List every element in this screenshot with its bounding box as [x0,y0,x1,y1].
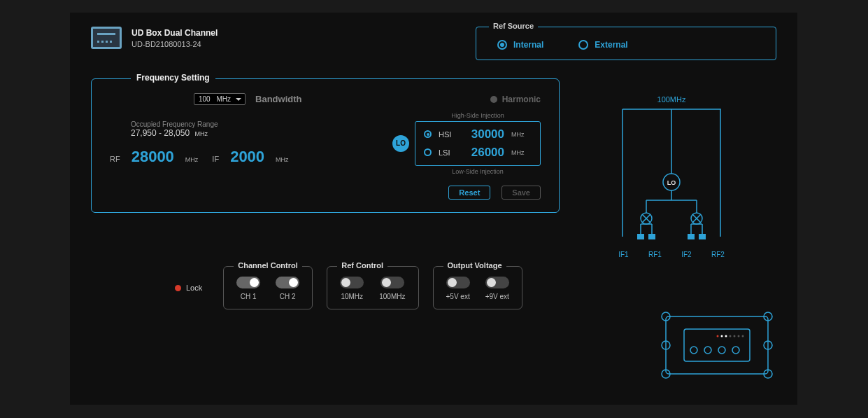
svg-point-25 [738,335,740,337]
output-voltage-panel: Output Voltage +5V ext +9V ext [433,266,522,309]
channel-control-panel: Channel Control CH 1 CH 2 [223,266,313,309]
svg-rect-6 [688,234,695,239]
radio-icon [497,40,507,50]
svg-point-26 [742,335,744,337]
svg-rect-7 [699,234,706,239]
svg-point-24 [734,335,736,337]
diagram-top-label: 100MHz [609,95,734,104]
ch2-toggle[interactable] [276,277,299,288]
radio-icon [424,148,432,156]
lo-badge-icon: LO [392,135,409,152]
radio-icon [424,130,432,138]
lo-hsi-option[interactable]: HSI 30000 MHz [424,127,532,141]
ref-source-group: Ref Source Internal External [476,27,776,60]
lo-lsi-option[interactable]: LSI 26000 MHz [424,146,532,160]
lock-indicator: Lock [175,284,202,292]
rf-field[interactable]: RF 28000 MHz [110,148,198,166]
lock-dot-icon [175,285,181,291]
save-button[interactable]: Save [501,186,541,200]
occupied-range: Occupied Frequency Range 27,950 - 28,050… [131,120,381,138]
lsi-note: Low-Side Injection [452,168,504,175]
port-label: IF2 [681,251,691,258]
svg-rect-8 [666,316,768,374]
svg-point-21 [721,335,723,337]
ref-source-external[interactable]: External [578,40,627,50]
ref-source-legend: Ref Source [489,22,538,30]
bandwidth-select[interactable]: 100 MHz [194,93,246,105]
svg-point-17 [704,347,711,354]
svg-point-22 [725,335,727,337]
port-label: RF2 [711,251,725,258]
freq-legend: Frequency Setting [131,73,215,83]
if-field[interactable]: IF 2000 MHz [212,148,288,166]
lo-diagram: 100MHz LO [609,95,734,270]
svg-point-18 [718,347,725,354]
svg-rect-15 [684,329,750,361]
harmonic-indicator: Harmonic [490,95,541,104]
ref-source-internal[interactable]: Internal [497,40,543,50]
svg-rect-4 [637,234,644,239]
svg-point-19 [732,347,739,354]
device-title: UD Box Dual Channel [131,28,218,38]
diagram-svg: LO [609,104,734,251]
device-info: UD Box Dual Channel UD-BD21080013-24 [91,27,218,49]
svg-point-16 [690,347,697,354]
device-model: UD-BD21080013-24 [131,40,218,48]
frequency-setting-panel: Frequency Setting 100 MHz Bandwidth Harm… [91,78,560,213]
5v-toggle[interactable] [446,277,470,288]
ref-control-panel: Ref Control 10MHz 100MHz [327,266,418,309]
port-label: IF1 [618,251,628,258]
svg-text:LO: LO [667,179,676,186]
device-icon [91,27,122,49]
device-outline-icon [657,308,776,385]
svg-point-23 [730,335,732,337]
hsi-note: High-Side Injection [451,112,504,119]
dot-icon [490,96,497,103]
ref-10mhz-toggle[interactable] [340,277,364,288]
ch1-toggle[interactable] [236,277,260,288]
9v-toggle[interactable] [485,277,509,288]
bandwidth-label: Bandwidth [255,94,301,104]
lo-selection: High-Side Injection HSI 30000 MHz LSI 26… [415,121,541,166]
port-label: RF1 [648,251,662,258]
reset-button[interactable]: Reset [448,186,490,200]
radio-icon [578,40,588,50]
svg-point-20 [717,335,719,337]
svg-rect-5 [648,234,655,239]
ref-100mhz-toggle[interactable] [380,277,404,288]
